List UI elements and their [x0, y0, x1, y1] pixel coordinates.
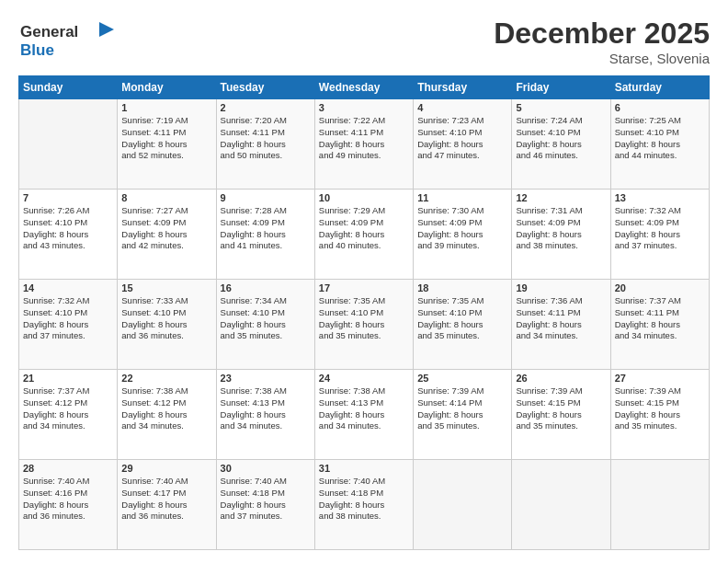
- table-row: 1Sunrise: 7:19 AMSunset: 4:11 PMDaylight…: [118, 99, 216, 190]
- day-number: 7: [23, 192, 113, 203]
- table-row: 17Sunrise: 7:35 AMSunset: 4:10 PMDayligh…: [314, 280, 413, 370]
- svg-marker-1: [99, 22, 114, 37]
- day-content: Sunrise: 7:24 AMSunset: 4:10 PMDaylight:…: [516, 115, 606, 162]
- page: General Blue December 2025 Starse, Slove…: [0, 0, 728, 563]
- day-number: 26: [516, 373, 606, 384]
- day-content: Sunrise: 7:40 AMSunset: 4:17 PMDaylight:…: [121, 476, 211, 523]
- header: General Blue December 2025 Starse, Slove…: [18, 17, 710, 66]
- col-tuesday: Tuesday: [216, 76, 314, 99]
- logo: General Blue: [18, 17, 119, 64]
- title-block: December 2025 Starse, Slovenia: [494, 17, 710, 66]
- table-row: 4Sunrise: 7:23 AMSunset: 4:10 PMDaylight…: [414, 99, 512, 190]
- day-content: Sunrise: 7:40 AMSunset: 4:18 PMDaylight:…: [319, 476, 409, 523]
- day-content: Sunrise: 7:29 AMSunset: 4:09 PMDaylight:…: [319, 205, 409, 252]
- table-row: 9Sunrise: 7:28 AMSunset: 4:09 PMDaylight…: [216, 190, 314, 280]
- day-content: Sunrise: 7:38 AMSunset: 4:13 PMDaylight:…: [221, 385, 311, 432]
- day-content: Sunrise: 7:35 AMSunset: 4:10 PMDaylight:…: [417, 295, 507, 342]
- table-row: 13Sunrise: 7:32 AMSunset: 4:09 PMDayligh…: [610, 190, 709, 280]
- table-row: [610, 460, 709, 550]
- day-number: 1: [121, 102, 211, 113]
- day-number: 22: [121, 373, 211, 384]
- day-content: Sunrise: 7:39 AMSunset: 4:15 PMDaylight:…: [516, 385, 606, 432]
- day-content: Sunrise: 7:35 AMSunset: 4:10 PMDaylight:…: [319, 295, 409, 342]
- day-content: Sunrise: 7:30 AMSunset: 4:09 PMDaylight:…: [417, 205, 507, 252]
- day-content: Sunrise: 7:23 AMSunset: 4:10 PMDaylight:…: [417, 115, 507, 162]
- table-row: 10Sunrise: 7:29 AMSunset: 4:09 PMDayligh…: [314, 190, 413, 280]
- day-number: 14: [23, 282, 113, 293]
- day-content: Sunrise: 7:38 AMSunset: 4:13 PMDaylight:…: [319, 385, 409, 432]
- table-row: 27Sunrise: 7:39 AMSunset: 4:15 PMDayligh…: [610, 370, 709, 460]
- day-number: 30: [221, 463, 311, 474]
- col-saturday: Saturday: [610, 76, 709, 99]
- logo-block: General Blue: [18, 17, 119, 64]
- logo-svg: General Blue: [18, 17, 119, 61]
- table-row: 20Sunrise: 7:37 AMSunset: 4:11 PMDayligh…: [610, 280, 709, 370]
- day-number: 6: [615, 102, 705, 113]
- table-row: 23Sunrise: 7:38 AMSunset: 4:13 PMDayligh…: [216, 370, 314, 460]
- table-row: 30Sunrise: 7:40 AMSunset: 4:18 PMDayligh…: [216, 460, 314, 550]
- day-content: Sunrise: 7:40 AMSunset: 4:16 PMDaylight:…: [23, 476, 113, 523]
- svg-text:General: General: [20, 23, 78, 40]
- day-number: 27: [615, 373, 705, 384]
- table-row: 3Sunrise: 7:22 AMSunset: 4:11 PMDaylight…: [314, 99, 413, 190]
- col-thursday: Thursday: [414, 76, 512, 99]
- table-row: 8Sunrise: 7:27 AMSunset: 4:09 PMDaylight…: [118, 190, 216, 280]
- day-number: 29: [121, 463, 211, 474]
- table-row: [19, 99, 118, 190]
- day-number: 24: [319, 373, 409, 384]
- table-row: 6Sunrise: 7:25 AMSunset: 4:10 PMDaylight…: [610, 99, 709, 190]
- day-content: Sunrise: 7:38 AMSunset: 4:12 PMDaylight:…: [121, 385, 211, 432]
- table-row: 15Sunrise: 7:33 AMSunset: 4:10 PMDayligh…: [118, 280, 216, 370]
- day-number: 4: [417, 102, 507, 113]
- col-monday: Monday: [118, 76, 216, 99]
- table-row: 2Sunrise: 7:20 AMSunset: 4:11 PMDaylight…: [216, 99, 314, 190]
- calendar-week-3: 14Sunrise: 7:32 AMSunset: 4:10 PMDayligh…: [19, 280, 710, 370]
- day-content: Sunrise: 7:37 AMSunset: 4:11 PMDaylight:…: [615, 295, 705, 342]
- day-number: 13: [615, 192, 705, 203]
- table-row: 18Sunrise: 7:35 AMSunset: 4:10 PMDayligh…: [414, 280, 512, 370]
- header-row: Sunday Monday Tuesday Wednesday Thursday…: [19, 76, 710, 99]
- month-title: December 2025: [494, 17, 710, 51]
- day-content: Sunrise: 7:25 AMSunset: 4:10 PMDaylight:…: [615, 115, 705, 162]
- table-row: 5Sunrise: 7:24 AMSunset: 4:10 PMDaylight…: [512, 99, 610, 190]
- day-content: Sunrise: 7:31 AMSunset: 4:09 PMDaylight:…: [516, 205, 606, 252]
- table-row: 25Sunrise: 7:39 AMSunset: 4:14 PMDayligh…: [414, 370, 512, 460]
- day-content: Sunrise: 7:33 AMSunset: 4:10 PMDaylight:…: [121, 295, 211, 342]
- day-content: Sunrise: 7:19 AMSunset: 4:11 PMDaylight:…: [121, 115, 211, 162]
- day-number: 23: [221, 373, 311, 384]
- day-content: Sunrise: 7:36 AMSunset: 4:11 PMDaylight:…: [516, 295, 606, 342]
- day-number: 20: [615, 282, 705, 293]
- svg-text:Blue: Blue: [20, 41, 54, 59]
- day-number: 21: [23, 373, 113, 384]
- day-number: 18: [417, 282, 507, 293]
- table-row: 11Sunrise: 7:30 AMSunset: 4:09 PMDayligh…: [414, 190, 512, 280]
- day-content: Sunrise: 7:34 AMSunset: 4:10 PMDaylight:…: [221, 295, 311, 342]
- day-number: 17: [319, 282, 409, 293]
- day-number: 11: [417, 192, 507, 203]
- day-number: 3: [319, 102, 409, 113]
- table-row: 31Sunrise: 7:40 AMSunset: 4:18 PMDayligh…: [314, 460, 413, 550]
- day-number: 15: [121, 282, 211, 293]
- day-number: 16: [221, 282, 311, 293]
- table-row: 14Sunrise: 7:32 AMSunset: 4:10 PMDayligh…: [19, 280, 118, 370]
- day-number: 25: [417, 373, 507, 384]
- day-content: Sunrise: 7:22 AMSunset: 4:11 PMDaylight:…: [319, 115, 409, 162]
- day-content: Sunrise: 7:40 AMSunset: 4:18 PMDaylight:…: [221, 476, 311, 523]
- day-number: 2: [221, 102, 311, 113]
- calendar-table: Sunday Monday Tuesday Wednesday Thursday…: [18, 75, 710, 550]
- day-content: Sunrise: 7:39 AMSunset: 4:15 PMDaylight:…: [615, 385, 705, 432]
- day-number: 8: [121, 192, 211, 203]
- calendar-week-1: 1Sunrise: 7:19 AMSunset: 4:11 PMDaylight…: [19, 99, 710, 190]
- col-sunday: Sunday: [19, 76, 118, 99]
- table-row: 12Sunrise: 7:31 AMSunset: 4:09 PMDayligh…: [512, 190, 610, 280]
- table-row: 22Sunrise: 7:38 AMSunset: 4:12 PMDayligh…: [118, 370, 216, 460]
- table-row: 26Sunrise: 7:39 AMSunset: 4:15 PMDayligh…: [512, 370, 610, 460]
- calendar-week-5: 28Sunrise: 7:40 AMSunset: 4:16 PMDayligh…: [19, 460, 710, 550]
- day-content: Sunrise: 7:37 AMSunset: 4:12 PMDaylight:…: [23, 385, 113, 432]
- day-number: 9: [221, 192, 311, 203]
- day-number: 28: [23, 463, 113, 474]
- day-content: Sunrise: 7:27 AMSunset: 4:09 PMDaylight:…: [121, 205, 211, 252]
- day-number: 31: [319, 463, 409, 474]
- table-row: 28Sunrise: 7:40 AMSunset: 4:16 PMDayligh…: [19, 460, 118, 550]
- day-number: 5: [516, 102, 606, 113]
